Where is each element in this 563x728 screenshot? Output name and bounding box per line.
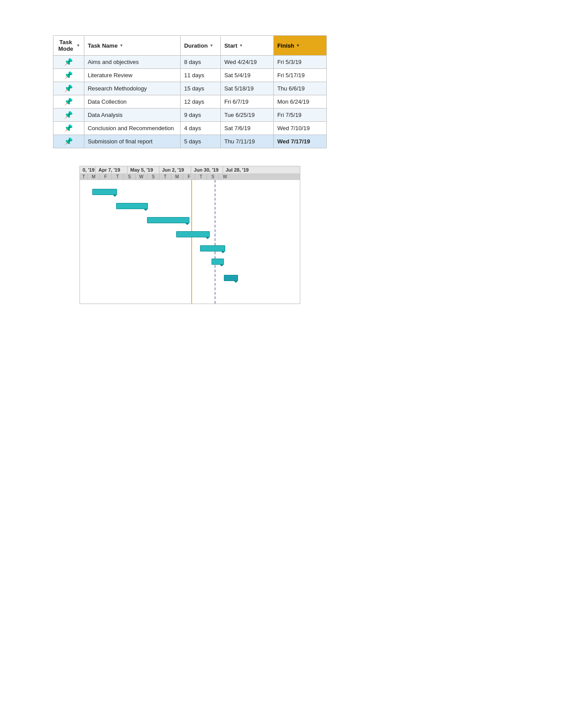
sort-arrow-start: ▼ (239, 43, 243, 48)
gantt-bar-aims (92, 189, 117, 195)
gantt-chart-wrapper: 0, '19 Apr 7, '19 May 5, '19 Jun 2, '19 … (79, 166, 510, 304)
period-4: Jun 30, '19 (191, 166, 223, 173)
col-task-name-label: Task Name (88, 42, 118, 49)
gantt-bar-conclusion (212, 259, 224, 265)
day-S1: S (124, 173, 136, 180)
cell-duration: 15 days (180, 82, 220, 95)
day-F1: F (100, 173, 112, 180)
period-5: Jul 28, '19 (223, 166, 255, 173)
gantt-table: Task Mode ▼ Task Name ▼ Duration ▼ (53, 35, 327, 148)
cell-start: Thu 7/11/19 (220, 135, 273, 148)
table-row: 📌Aims and objectives8 daysWed 4/24/19Fri… (53, 56, 327, 69)
table-row: 📌Data Collection12 daysFri 6/7/19Mon 6/2… (53, 95, 327, 109)
cell-finish: Wed 7/17/19 (273, 135, 326, 148)
day-T4: T (195, 173, 207, 180)
gantt-header-top: 0, '19 Apr 7, '19 May 5, '19 Jun 2, '19 … (80, 166, 300, 173)
table-row: 📌Submission of final report5 daysThu 7/1… (53, 135, 327, 148)
day-S3: S (207, 173, 219, 180)
cell-duration: 11 days (180, 69, 220, 82)
today-line (191, 180, 192, 304)
cell-start: Sat 5/4/19 (220, 69, 273, 82)
cell-task-name: Data Analysis (84, 109, 180, 122)
cell-task-name: Submission of final report (84, 135, 180, 148)
day-S2: S (147, 173, 159, 180)
col-duration[interactable]: Duration ▼ (180, 36, 220, 56)
period-0: 0, '19 (80, 166, 96, 173)
cell-task-mode: 📌 (53, 95, 84, 109)
cell-finish: Fri 5/3/19 (273, 56, 326, 69)
col-start[interactable]: Start ▼ (220, 36, 273, 56)
task-mode-icon: 📌 (64, 98, 73, 105)
sort-arrow-task-mode: ▼ (76, 43, 80, 48)
table-row: 📌Data Analysis9 daysTue 6/25/19Fri 7/5/1… (53, 109, 327, 122)
col-task-mode-label: Task Mode (57, 39, 75, 52)
table-row: 📌Literature Review11 daysSat 5/4/19Fri 5… (53, 69, 327, 82)
cell-finish: Fri 5/17/19 (273, 69, 326, 82)
cell-duration: 4 days (180, 122, 220, 135)
day-M2: M (171, 173, 183, 180)
milestone-line (215, 180, 215, 304)
day-T2: T (112, 173, 124, 180)
gantt-header-bottom: T M F T S W S T M F T S W (80, 173, 300, 180)
cell-finish: Mon 6/24/19 (273, 95, 326, 109)
col-duration-label: Duration (184, 42, 208, 49)
cell-task-mode: 📌 (53, 56, 84, 69)
day-M1: M (88, 173, 100, 180)
gantt-table-wrapper: Task Mode ▼ Task Name ▼ Duration ▼ (53, 35, 510, 148)
col-finish-label: Finish (277, 42, 294, 49)
gantt-bar-submission (224, 275, 238, 281)
cell-finish: Thu 6/6/19 (273, 82, 326, 95)
cell-task-name: Literature Review (84, 69, 180, 82)
task-mode-icon: 📌 (64, 111, 73, 119)
cell-task-mode: 📌 (53, 109, 84, 122)
cell-task-name: Research Methodology (84, 82, 180, 95)
col-finish[interactable]: Finish ▼ (273, 36, 326, 56)
cell-task-mode: 📌 (53, 135, 84, 148)
table-row: 📌Research Methodology15 daysSat 5/18/19T… (53, 82, 327, 95)
task-mode-icon: 📌 (64, 71, 73, 79)
cell-start: Tue 6/25/19 (220, 109, 273, 122)
col-start-label: Start (224, 42, 238, 49)
task-mode-icon: 📌 (64, 85, 73, 92)
task-mode-icon: 📌 (64, 138, 73, 145)
day-W1: W (136, 173, 147, 180)
gantt-bar-dataanalysis (200, 245, 225, 251)
period-2: May 5, '19 (128, 166, 159, 173)
cell-duration: 5 days (180, 135, 220, 148)
task-mode-icon: 📌 (64, 124, 73, 132)
sort-arrow-duration: ▼ (209, 43, 213, 48)
cell-task-name: Aims and objectives (84, 56, 180, 69)
cell-finish: Wed 7/10/19 (273, 122, 326, 135)
day-T1: T (80, 173, 88, 180)
period-3: Jun 2, '19 (159, 166, 191, 173)
cell-start: Sat 7/6/19 (220, 122, 273, 135)
cell-task-mode: 📌 (53, 82, 84, 95)
cell-start: Wed 4/24/19 (220, 56, 273, 69)
day-F2: F (183, 173, 195, 180)
day-T3: T (159, 173, 171, 180)
cell-start: Sat 5/18/19 (220, 82, 273, 95)
day-W2: W (219, 173, 231, 180)
gantt-bar-research (147, 217, 189, 223)
cell-task-mode: 📌 (53, 69, 84, 82)
gantt-body-inner (80, 180, 300, 304)
gantt-bar-datacollection (176, 231, 210, 237)
cell-task-name: Conclusion and Recommendetion (84, 122, 180, 135)
col-task-mode[interactable]: Task Mode ▼ (53, 36, 84, 56)
cell-duration: 12 days (180, 95, 220, 109)
sort-arrow-task-name: ▼ (119, 43, 123, 48)
task-mode-icon: 📌 (64, 58, 73, 66)
cell-start: Fri 6/7/19 (220, 95, 273, 109)
cell-duration: 9 days (180, 109, 220, 122)
cell-task-mode: 📌 (53, 122, 84, 135)
col-task-name[interactable]: Task Name ▼ (84, 36, 180, 56)
cell-duration: 8 days (180, 56, 220, 69)
period-1: Apr 7, '19 (96, 166, 128, 173)
sort-arrow-finish: ▼ (296, 43, 300, 48)
gantt-bar-literature (116, 203, 148, 209)
page-container: Task Mode ▼ Task Name ▼ Duration ▼ (0, 0, 563, 339)
gantt-chart: 0, '19 Apr 7, '19 May 5, '19 Jun 2, '19 … (79, 166, 300, 304)
cell-task-name: Data Collection (84, 95, 180, 109)
gantt-body (80, 180, 300, 304)
table-row: 📌Conclusion and Recommendetion4 daysSat … (53, 122, 327, 135)
